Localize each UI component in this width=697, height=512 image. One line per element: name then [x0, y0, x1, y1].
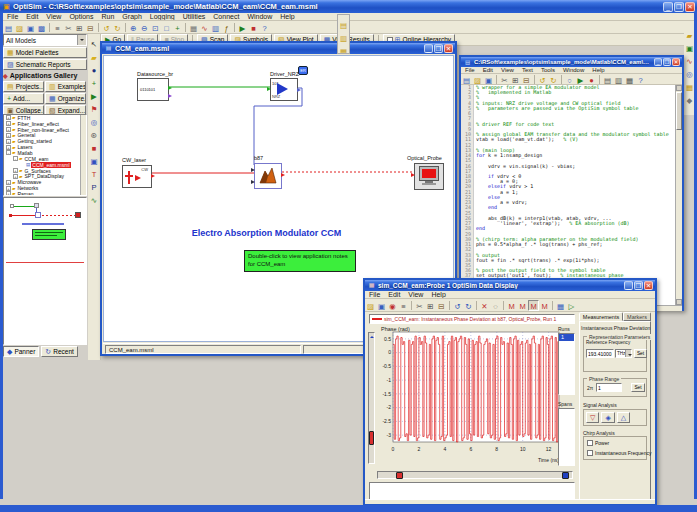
tree-expander[interactable]: + [6, 115, 11, 120]
save-icon[interactable]: ▣ [376, 300, 387, 311]
settings-tool-icon[interactable]: ⊛ [89, 129, 100, 140]
zoom-full-icon[interactable]: □ [161, 22, 172, 33]
dock-models-icon[interactable]: ▤ [338, 19, 349, 30]
stack-1-icon[interactable]: ▤ [602, 74, 613, 85]
close-button[interactable]: ✕ [685, 2, 695, 12]
tree-expander[interactable]: + [6, 191, 11, 196]
stack-2-icon[interactable]: ▥ [613, 74, 624, 85]
menu-edit[interactable]: Edit [22, 13, 42, 20]
plot-icon[interactable]: ∿ [199, 22, 210, 33]
print-icon[interactable]: ≡ [398, 300, 409, 311]
organize-button[interactable]: ▦Organize... [45, 93, 86, 104]
spectrum-view-button[interactable]: △ [617, 412, 630, 423]
undo-icon[interactable]: ↺ [452, 300, 463, 311]
highlight-tool-icon[interactable]: ▰ [89, 51, 100, 62]
exit-icon[interactable]: ▷ [566, 300, 577, 311]
recent-button[interactable]: ↻Recent [41, 346, 77, 357]
tree-expander[interactable]: - [6, 150, 11, 155]
erase-icon[interactable]: ◌ [490, 300, 501, 311]
stack-3-icon[interactable]: ▦ [624, 74, 635, 85]
cut-icon[interactable]: ✂ [414, 300, 425, 311]
menu-connect[interactable]: Connect [209, 13, 243, 20]
flag-tool-icon[interactable]: ⚑ [89, 103, 100, 114]
minimize-button[interactable]: _ [654, 58, 662, 66]
waveform-view-button[interactable]: ▽ [586, 412, 599, 423]
menu-logging[interactable]: Logging [146, 13, 179, 20]
input-port[interactable] [267, 87, 271, 91]
maximize-button[interactable]: ❐ [663, 58, 671, 66]
probe-tool-icon[interactable]: ◎ [89, 116, 100, 127]
panner-preview[interactable] [3, 197, 87, 345]
minimize-button[interactable]: _ [424, 44, 433, 53]
zoom-window-icon[interactable]: ⊡ [150, 22, 161, 33]
time-range-slider[interactable] [377, 471, 573, 479]
minimize-button[interactable]: _ [663, 2, 673, 12]
maximize-button[interactable]: ❐ [674, 2, 684, 12]
node-tool-icon[interactable]: ● [89, 64, 100, 75]
input-port[interactable] [251, 180, 255, 184]
tree-expander[interactable]: + [6, 139, 11, 144]
input-port[interactable] [411, 173, 415, 177]
wave-tool-icon[interactable]: ∿ [89, 194, 100, 205]
add-button[interactable]: +Add... [3, 93, 44, 104]
help-icon[interactable]: ? [259, 22, 270, 33]
maximize-button[interactable]: ❐ [634, 281, 643, 290]
tab-markers[interactable]: Markers [623, 312, 651, 321]
zoom-in-icon[interactable]: ⊕ [128, 22, 139, 33]
tree-scrollbar[interactable] [80, 115, 86, 195]
close-button[interactable]: ✕ [444, 44, 453, 53]
eye-diagram-button[interactable]: ◈ [601, 412, 614, 423]
block-tool-icon[interactable]: ▣ [89, 155, 100, 166]
marker-4-icon[interactable]: M [539, 300, 550, 311]
projects-button[interactable]: ▤Projects... [3, 81, 44, 92]
tree-expander[interactable]: + [6, 180, 11, 185]
block-driver[interactable]: 101 NRZ [270, 78, 298, 101]
minimize-button[interactable]: _ [624, 281, 633, 290]
editor-titlebar[interactable]: ▤ C:\RSoft\examples\optsim\sample_mode\M… [461, 57, 682, 67]
annotation-box[interactable] [369, 482, 575, 500]
er-badge[interactable]: ER [298, 66, 308, 75]
run-tool-icon[interactable]: ▶ [89, 90, 100, 101]
editor-menu-help[interactable]: Help [588, 67, 608, 73]
marker-1-icon[interactable]: M [506, 300, 517, 311]
paste-icon[interactable]: ⊟ [436, 300, 447, 311]
new-file-icon[interactable]: ▤ [3, 22, 14, 33]
save-all-icon[interactable]: ▩ [36, 22, 47, 33]
tree-expander[interactable]: - [13, 156, 18, 161]
tree-expander[interactable]: + [6, 186, 11, 191]
save-icon[interactable]: ▣ [25, 22, 36, 33]
dock-tools-icon[interactable]: ▦ [338, 45, 349, 54]
text-tool-icon[interactable]: T [89, 168, 100, 179]
snapshot-icon[interactable]: ◉ [387, 300, 398, 311]
tree-expander[interactable]: + [13, 168, 18, 173]
spans-list[interactable] [558, 408, 575, 466]
slider-handle-red[interactable] [396, 472, 403, 479]
power-checkbox[interactable] [587, 440, 593, 446]
find-icon[interactable]: ○ [564, 74, 575, 85]
marker-3-icon[interactable]: M [528, 300, 539, 311]
schematic-reports-button[interactable]: ▨Schematic Reports [3, 59, 87, 70]
menu-file[interactable]: File [3, 13, 22, 20]
slider-arrow-icon[interactable] [370, 334, 374, 338]
dock-symbols-icon[interactable]: ▥ [338, 32, 349, 43]
open-file-icon[interactable]: ▨ [365, 300, 376, 311]
dd-menu-help[interactable]: Help [427, 291, 449, 298]
runs-list[interactable]: 1 [558, 333, 575, 395]
phase-plot[interactable]: 0246810120.50-0.5-1-1.5-2-2.5-3Time (ns) [377, 330, 563, 470]
models-combobox[interactable]: All Models [3, 34, 87, 46]
dd-menu-edit[interactable]: Edit [384, 291, 404, 298]
symbol-table-icon[interactable]: ƒ [221, 22, 232, 33]
frequency-unit-select[interactable]: THz [615, 349, 632, 358]
editor-menu-view[interactable]: View [497, 67, 518, 73]
menu-run[interactable]: Run [98, 13, 119, 20]
help-icon[interactable]: ? [635, 74, 646, 85]
close-button[interactable]: ✕ [644, 281, 653, 290]
tab-measurements[interactable]: Measurements [579, 312, 623, 321]
block-matlab[interactable] [254, 163, 282, 189]
menu-utilities[interactable]: Utilities [179, 13, 210, 20]
paste-icon[interactable]: ⊟ [521, 74, 532, 85]
set-frequency-button[interactable]: Set [634, 349, 647, 358]
dd-menu-file[interactable]: File [365, 291, 384, 298]
output-port[interactable] [281, 173, 285, 177]
dd-menu-view[interactable]: View [404, 291, 427, 298]
